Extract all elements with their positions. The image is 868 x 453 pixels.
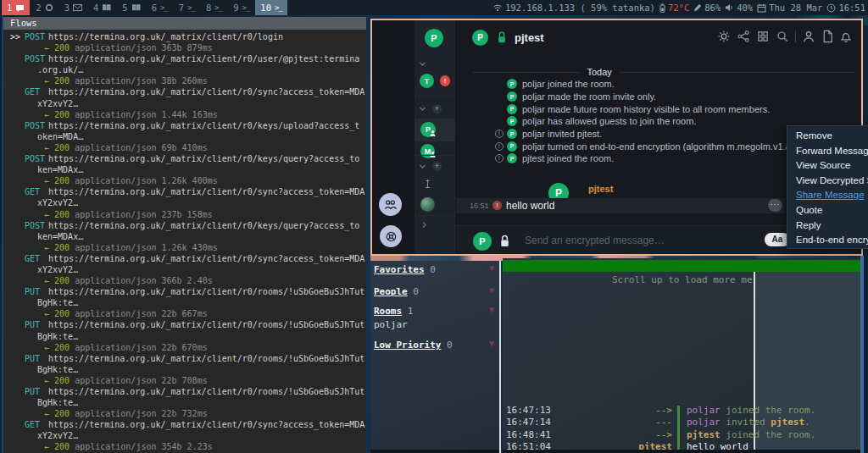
header-separator (795, 30, 796, 42)
divider-line (473, 72, 580, 73)
flow-row[interactable]: GEThttps://termina.org.uk/_matrix/client… (3, 86, 366, 119)
grid-icon[interactable] (756, 30, 770, 43)
room-avatar-lamp[interactable] (420, 176, 435, 191)
desktop: 1 2 3 4 5 6 >_ (0, 0, 868, 453)
flow-url-cont: oken=MDA… (3, 131, 366, 142)
room-avatar-image[interactable] (420, 197, 435, 212)
workspace-7[interactable]: 7 >_ (174, 0, 200, 15)
flow-row[interactable]: POSThttps://termina.org.uk/_matrix/clien… (3, 153, 366, 186)
members-button[interactable] (379, 193, 402, 216)
avatar: P (507, 116, 517, 126)
temperature-status: 72°C (659, 3, 689, 13)
buffer-section-rooms[interactable]: Rooms 1 (374, 306, 413, 317)
flow-row[interactable]: GEThttps://termina.org.uk/_matrix/client… (3, 186, 366, 219)
menu-item-e2e-info[interactable]: End-to-end encry (787, 233, 868, 248)
terminal-icon: >_ (187, 3, 195, 12)
mail-icon (73, 3, 82, 12)
message-text: hello world (506, 200, 554, 212)
gear-icon[interactable] (717, 30, 731, 43)
flow-url: https://termina.org.uk/_matrix/client/r0… (48, 187, 364, 196)
workspace-2[interactable]: 2 (31, 0, 58, 15)
menu-item-view-decrypted[interactable]: View Decrypted S (787, 174, 868, 189)
add-room-button[interactable]: + (432, 104, 442, 113)
flow-response: ← 200 application/json 354b 2.23s (3, 441, 366, 452)
collapse-triangle-icon[interactable]: ▼ (489, 339, 494, 348)
message-options-button[interactable]: ··· (768, 199, 782, 212)
chat-line: 16:47:13 --> poljar joined the room. (503, 405, 754, 417)
flow-response: ← 200 application/json 69b 410ms (3, 142, 366, 153)
flow-row[interactable]: >>POSThttps://termina.org.uk/_matrix/cli… (3, 31, 366, 53)
workspace-5[interactable]: 5 (117, 0, 145, 15)
battery-icon (659, 3, 665, 13)
workspace-8[interactable]: 8 >_ (201, 0, 227, 15)
room-title: pjtest (515, 31, 544, 44)
flow-row[interactable]: GEThttps://termina.org.uk/_matrix/client… (3, 419, 366, 452)
flow-row[interactable]: POSThttps://termina.org.uk/_matrix/clien… (3, 120, 366, 153)
collapse-triangle-icon[interactable]: ▼ (489, 305, 494, 314)
chevron-right-icon[interactable] (421, 221, 427, 229)
menu-item-view-source[interactable]: View Source (787, 158, 868, 174)
flow-row[interactable]: POSThttps://termina.org.uk/_matrix/clien… (3, 53, 366, 86)
chevron-down-icon[interactable] (419, 61, 426, 67)
flow-row[interactable]: PUThttps://termina.org.uk/_matrix/client… (3, 286, 366, 319)
file-icon[interactable] (821, 30, 833, 43)
avatar: P (507, 129, 517, 139)
menu-item-remove[interactable]: Remove (787, 129, 868, 144)
buffer-section-low-priority[interactable]: Low Priority 0 (374, 340, 453, 351)
title-bar (503, 260, 860, 272)
flow-row[interactable]: PUThttps://termina.org.uk/_matrix/client… (3, 386, 366, 419)
avatar: P (507, 79, 517, 89)
collapse-triangle-icon[interactable]: ▼ (489, 263, 494, 273)
menu-item-reply[interactable]: Reply (787, 218, 868, 234)
weechat-panel: Scroll up to load more mess 16:47:13 -->… (503, 258, 860, 453)
share-icon[interactable] (737, 30, 750, 43)
book-icon (102, 3, 111, 12)
workspace-10[interactable]: 10 >_ (255, 0, 287, 15)
flows-header: Flows (3, 17, 366, 30)
terminal-icon: >_ (214, 3, 222, 12)
flow-response: ← 200 application/json 1.26k 430ms (3, 242, 366, 253)
divider-line (619, 72, 854, 73)
rail-divider (415, 155, 455, 156)
workspace-9[interactable]: 9 >_ (228, 0, 254, 15)
flow-row[interactable]: POSThttps://termina.org.uk/_matrix/clien… (3, 220, 366, 253)
person-icon[interactable] (802, 30, 815, 43)
flow-row[interactable]: PUThttps://termina.org.uk/_matrix/client… (3, 353, 366, 386)
help-button[interactable] (380, 225, 402, 247)
search-icon[interactable] (776, 30, 789, 43)
bell-icon[interactable] (839, 30, 853, 43)
buffer-section-favorites[interactable]: Favorites 0 (374, 264, 436, 275)
speaker-icon (725, 3, 734, 12)
collapse-triangle-icon[interactable]: ▼ (489, 285, 494, 295)
warning-icon: ! (495, 154, 504, 163)
message-input[interactable] (523, 232, 743, 249)
flow-response: ← 200 application/json 22b 708ms (3, 375, 366, 386)
flow-row[interactable]: PUThttps://termina.org.uk/_matrix/client… (3, 319, 366, 352)
menu-item-forward[interactable]: Forward Message (787, 144, 868, 159)
encrypted-lock-icon (496, 30, 508, 44)
buffer-list-panel: Favorites 0 ▼ People 0 ▼ Rooms 1 ▼ polja… (370, 261, 501, 453)
client-left-gutter (372, 20, 415, 254)
buffer-section-people[interactable]: People 0 (374, 286, 419, 297)
add-room-button[interactable]: + (432, 162, 442, 171)
flow-url-cont: BgHk:te… (3, 364, 366, 375)
rail-divider (415, 215, 455, 216)
window-mitmproxy: Flows >>POSThttps://termina.org.uk/_matr… (3, 17, 366, 453)
flow-url: https://termina.org.uk/_matrix/client/r0… (48, 121, 359, 130)
chevron-down-icon[interactable] (419, 163, 426, 169)
flow-method: GET (25, 186, 48, 197)
workspace-6[interactable]: 6 >_ (147, 0, 173, 15)
flow-row[interactable]: GEThttps://termina.org.uk/_matrix/client… (3, 253, 366, 286)
chat-line: 16:48:41 --> pjtest joined the room. (503, 429, 754, 441)
menu-item-share[interactable]: Share Message (787, 188, 868, 203)
room-avatar-t[interactable]: T (420, 74, 434, 88)
chevron-down-icon[interactable] (419, 106, 426, 112)
buffer-room-item[interactable]: poljar (374, 319, 408, 330)
flow-url-cont: BgHk:te… (3, 397, 366, 408)
account-avatar[interactable]: P (425, 29, 443, 47)
workspace-3[interactable]: 3 (59, 0, 87, 15)
workspace-4[interactable]: 4 (88, 0, 116, 15)
workspace-1[interactable]: 1 (2, 0, 30, 15)
message-row[interactable]: 16:51 ! hello world ··· (456, 198, 785, 213)
menu-item-quote[interactable]: Quote (787, 203, 868, 218)
